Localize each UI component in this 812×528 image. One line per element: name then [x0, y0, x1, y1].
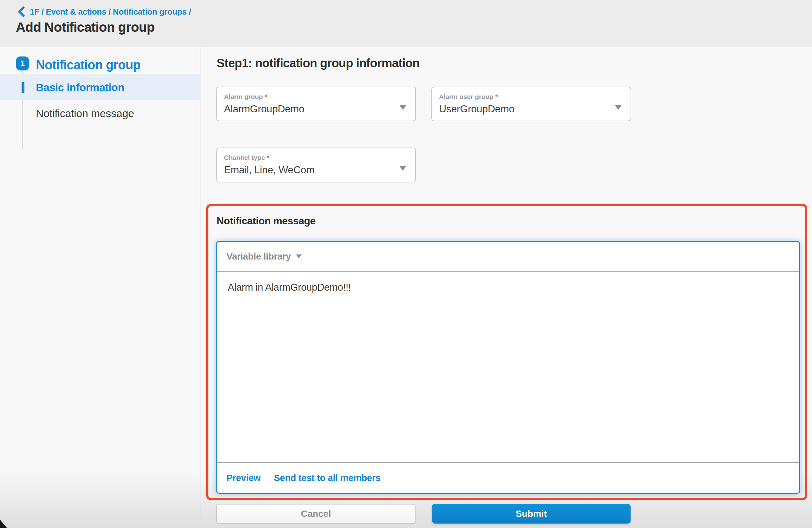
- alarm-user-group-select[interactable]: Alarm user group* UserGroupDemo: [431, 87, 631, 121]
- channel-type-select[interactable]: Channel type* Email, Line, WeCom: [216, 147, 416, 183]
- notification-message-section-title: Notification message: [217, 215, 316, 227]
- editor-toolbar: Variable library: [217, 242, 799, 272]
- required-asterisk: *: [267, 154, 269, 161]
- field-label-text: Channel type: [224, 154, 265, 161]
- alarm-group-value: AlarmGroupDemo: [224, 103, 304, 115]
- send-test-link[interactable]: Send test to all members: [274, 473, 381, 483]
- sidebar-divider: [200, 47, 201, 528]
- alarm-user-group-label: Alarm user group*: [439, 93, 498, 101]
- channel-type-value: Email, Line, WeCom: [224, 164, 315, 176]
- message-text: Alarm in AlarmGroupDemo!!!: [228, 282, 351, 293]
- step-number-badge: 1: [16, 56, 29, 70]
- step-heading: Step1: notification group information: [217, 56, 420, 70]
- variable-library-label: Variable library: [227, 251, 291, 262]
- variable-library-caret-icon: [296, 255, 302, 258]
- submit-button[interactable]: Submit: [432, 504, 630, 524]
- active-indicator-bar: [21, 82, 25, 93]
- page-title: Add Notification group: [16, 20, 155, 35]
- required-asterisk: *: [495, 93, 498, 100]
- variable-library-dropdown[interactable]: Variable library: [227, 251, 302, 262]
- sidebar-item-notification-message[interactable]: Notification message: [36, 107, 134, 119]
- breadcrumb-text[interactable]: 1F / Event & actions / Notification grou…: [30, 7, 191, 17]
- back-chevron-icon: [17, 6, 26, 18]
- field-label-text: Alarm group: [224, 93, 263, 100]
- mouse-cursor: [0, 520, 7, 528]
- heading-divider: [201, 78, 812, 79]
- dropdown-caret-icon: [399, 166, 406, 171]
- required-asterisk: *: [265, 93, 267, 100]
- editor-footer: Preview Send test to all members: [217, 462, 799, 493]
- dropdown-caret-icon: [399, 105, 406, 110]
- notification-message-editor[interactable]: Variable library Alarm in AlarmGroupDemo…: [216, 241, 800, 494]
- field-label-text: Alarm user group: [439, 93, 494, 100]
- steps-sidebar: 1 Notification group Information Basic i…: [0, 47, 200, 528]
- alarm-group-label: Alarm group*: [224, 93, 267, 101]
- cancel-button[interactable]: Cancel: [216, 504, 416, 524]
- alarm-group-select[interactable]: Alarm group* AlarmGroupDemo: [216, 87, 416, 121]
- sidebar-item-basic-information[interactable]: Basic information: [36, 81, 124, 94]
- breadcrumb[interactable]: 1F / Event & actions / Notification grou…: [17, 5, 191, 18]
- preview-link[interactable]: Preview: [227, 473, 261, 483]
- add-notification-group-page: 1F / Event & actions / Notification grou…: [0, 0, 812, 528]
- page-header: 1F / Event & actions / Notification grou…: [0, 0, 812, 47]
- message-textarea[interactable]: Alarm in AlarmGroupDemo!!!: [217, 272, 799, 462]
- channel-type-label: Channel type*: [224, 154, 269, 161]
- dropdown-caret-icon: [615, 105, 622, 110]
- alarm-user-group-value: UserGroupDemo: [439, 103, 514, 115]
